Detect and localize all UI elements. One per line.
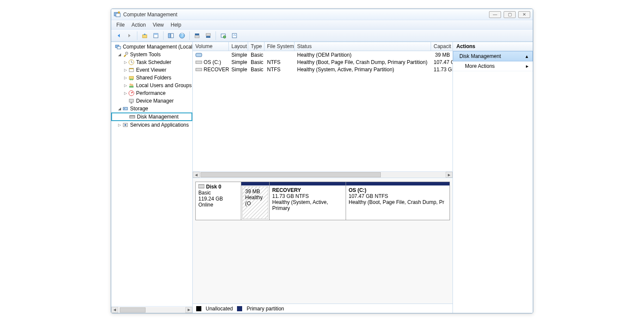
svg-rect-38 [196,53,202,57]
volume-fs: NTFS [264,59,295,65]
expand-icon[interactable]: ▷ [123,83,128,88]
partition-title: OS (C:) [349,187,447,193]
expand-icon[interactable]: ▷ [123,76,128,80]
tree-root[interactable]: Computer Management (Local [111,43,192,51]
tree-local-users[interactable]: ▷ Local Users and Groups [111,82,192,89]
drive-icon [195,60,202,65]
expand-icon[interactable]: ▷ [117,123,122,127]
volume-horizontal-scrollbar[interactable]: ◀ ▶ [193,171,453,178]
col-volume[interactable]: Volume [193,42,229,51]
col-type[interactable]: Type [248,42,264,51]
menu-action[interactable]: Action [128,20,149,29]
collapse-icon[interactable]: ◢ [117,106,122,111]
nav-tree[interactable]: Computer Management (Local ◢ System Tool… [111,42,192,306]
disk-block[interactable]: Disk 0 Basic 119.24 GB Online 39 MB Heal… [195,182,450,220]
tree-task-scheduler[interactable]: ▷ Task Scheduler [111,58,192,66]
legend-label: Primary partition [246,306,284,312]
scroll-right-button[interactable]: ▶ [185,307,192,313]
close-button[interactable]: ✕ [518,11,530,18]
menu-help[interactable]: Help [167,20,185,29]
forward-button[interactable] [125,31,134,40]
tree-disk-management[interactable]: Disk Management [111,112,192,121]
volume-list[interactable]: Simple Basic Healthy (OEM Partition) 39 … [193,51,453,171]
svg-rect-13 [206,36,210,38]
scroll-left-button[interactable]: ◀ [111,307,118,313]
partition-header [270,182,346,185]
svg-rect-11 [195,36,199,38]
volume-name: RECOVERY [204,67,229,73]
maximize-button[interactable]: ▢ [504,11,516,18]
volume-row[interactable]: OS (C:) Simple Basic NTFS Healthy (Boot,… [193,58,453,66]
svg-rect-5 [154,33,158,35]
drive-icon [195,52,202,58]
tree-storage[interactable]: ◢ Storage [111,105,192,112]
disk-title: Disk 0 [198,184,238,190]
refresh-button[interactable] [230,31,239,40]
partition-body: 39 MB Healthy (O [242,186,268,219]
action-disk-management[interactable]: Disk Management ▴ [453,51,533,61]
tree-shared-folders[interactable]: ▷ Shared Folders [111,74,192,82]
minimize-button[interactable]: — [489,11,501,18]
collapse-icon[interactable]: ◢ [117,52,122,57]
expand-icon[interactable]: ▷ [123,60,128,64]
volume-capacity: 11.73 GI [431,67,453,73]
svg-rect-6 [168,33,170,38]
tree-performance[interactable]: ▷ Performance [111,89,192,97]
col-filesystem[interactable]: File System [264,42,295,51]
volume-row[interactable]: Simple Basic Healthy (OEM Partition) 39 … [193,51,453,58]
svg-rect-30 [129,99,134,102]
partition-os[interactable]: OS (C:) 107.47 GB NTFS Healthy (Boot, Pa… [346,182,450,220]
toolbar-separator [137,31,137,40]
action-more-actions[interactable]: More Actions ▸ [453,61,533,71]
view-bottom-button[interactable] [204,31,213,40]
back-button[interactable] [114,31,123,40]
partition-body: RECOVERY 11.73 GB NTFS Healthy (System, … [270,185,346,220]
col-capacity[interactable]: Capacit [431,42,453,51]
col-status[interactable]: Status [295,42,431,51]
col-layout[interactable]: Layout [229,42,248,51]
partition-recovery[interactable]: RECOVERY 11.73 GB NTFS Healthy (System, … [270,182,346,220]
scroll-thumb[interactable] [200,172,381,177]
computer-management-window: Computer Management — ▢ ✕ File Action Vi… [111,9,533,313]
tree-system-tools[interactable]: ◢ System Tools [111,51,192,58]
show-hide-tree-button[interactable] [166,31,176,40]
event-icon [128,67,134,73]
properties-button[interactable] [151,31,161,40]
clock-icon [128,59,134,65]
center-pane: Volume Layout Type File System Status Ca… [193,42,453,313]
device-icon [128,98,134,104]
partition-header [241,182,269,185]
svg-rect-16 [232,33,237,38]
tree-device-manager[interactable]: Device Manager [111,97,192,105]
menu-file[interactable]: File [113,20,128,29]
svg-point-25 [131,79,133,80]
scroll-track[interactable] [200,172,446,178]
volume-type: Basic [248,59,264,65]
volume-row[interactable]: RECOVERY Simple Basic NTFS Healthy (Syst… [193,66,453,73]
volume-capacity: 39 MB [431,52,453,58]
svg-point-27 [131,84,134,86]
partition-oem[interactable]: 39 MB Healthy (O [241,182,270,220]
settings-button[interactable] [219,31,228,40]
tree-event-viewer[interactable]: ▷ Event Viewer [111,66,192,74]
scroll-right-button[interactable]: ▶ [446,172,453,178]
svg-rect-12 [206,33,210,36]
nav-horizontal-scrollbar[interactable]: ◀ ▶ [111,306,192,313]
content-area: Computer Management (Local ◢ System Tool… [111,42,533,313]
expand-icon[interactable]: ▷ [123,91,128,95]
expand-icon[interactable]: ▷ [123,68,128,72]
action-label: Disk Management [459,53,501,59]
up-button[interactable] [140,31,149,40]
tree-label: Event Viewer [136,67,166,73]
svg-point-19 [125,52,128,55]
view-top-button[interactable] [192,31,202,40]
tree-services[interactable]: ▷ Services and Applications [111,121,192,129]
help-button[interactable]: ? [177,31,187,40]
scroll-thumb[interactable] [120,307,146,313]
svg-rect-41 [198,185,204,188]
performance-icon [128,90,134,96]
menu-view[interactable]: View [149,20,167,29]
disk-info[interactable]: Disk 0 Basic 119.24 GB Online [196,182,241,220]
scroll-left-button[interactable]: ◀ [193,172,200,178]
scroll-track[interactable] [118,307,185,313]
